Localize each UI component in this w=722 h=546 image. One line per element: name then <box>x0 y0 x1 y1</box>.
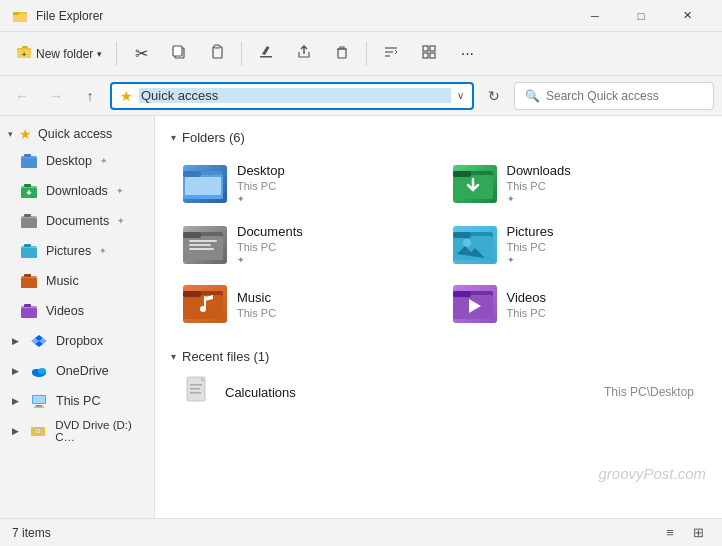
svg-rect-57 <box>183 232 201 238</box>
expand-arrow-icon: ▾ <box>8 129 13 139</box>
pictures-folder-icon <box>453 226 497 264</box>
svg-rect-71 <box>453 291 471 297</box>
sidebar-item-onedrive[interactable]: ▶ OneDrive <box>0 356 154 386</box>
rename-button[interactable] <box>248 36 284 72</box>
downloads-path: This PC <box>507 180 571 192</box>
computer-icon <box>30 392 48 410</box>
paste-button[interactable] <box>199 36 235 72</box>
search-icon: 🔍 <box>525 89 540 103</box>
sidebar-item-pictures[interactable]: Pictures ✦ <box>0 236 154 266</box>
search-box[interactable]: 🔍 <box>514 82 714 110</box>
desktop-path: This PC <box>237 180 285 192</box>
address-bar-wrapper[interactable]: ★ ∨ <box>110 82 474 110</box>
list-view-button[interactable]: ≡ <box>658 521 682 545</box>
svg-rect-50 <box>183 171 201 177</box>
recent-file-calculations[interactable]: Calculations This PC\Desktop <box>171 370 706 414</box>
calculations-location: This PC\Desktop <box>604 385 694 399</box>
svg-rect-30 <box>21 248 37 258</box>
new-folder-label: New folder <box>36 47 93 61</box>
delete-button[interactable] <box>324 36 360 72</box>
sidebar-item-documents[interactable]: Documents ✦ <box>0 206 154 236</box>
downloads-info: Downloads This PC ✦ <box>507 163 571 204</box>
sidebar-item-downloads[interactable]: Downloads ✦ <box>0 176 154 206</box>
svg-rect-62 <box>453 236 493 260</box>
music-folder-icon <box>183 285 227 323</box>
calculations-name: Calculations <box>225 385 594 400</box>
cut-icon: ✂ <box>135 44 148 63</box>
desktop-pin: ✦ <box>237 194 285 204</box>
folders-section-header[interactable]: ▾ Folders (6) <box>171 124 706 151</box>
copy-button[interactable] <box>161 36 197 72</box>
title-bar-title: File Explorer <box>36 9 103 23</box>
videos-folder-icon <box>20 302 38 320</box>
folder-videos[interactable]: Videos This PC <box>441 277 707 331</box>
svg-rect-16 <box>423 46 428 51</box>
downloads-folder-icon <box>20 182 38 200</box>
svg-text:+: + <box>22 50 27 59</box>
dropbox-icon <box>30 332 48 350</box>
documents-label: Documents <box>46 214 109 228</box>
grid-view-button[interactable]: ⊞ <box>686 521 710 545</box>
up-button[interactable]: ↑ <box>76 82 104 110</box>
cut-button[interactable]: ✂ <box>123 36 159 72</box>
new-folder-button[interactable]: + New folder ▾ <box>8 36 110 72</box>
pictures-pin-icon: ✦ <box>99 246 107 256</box>
calculations-file-icon <box>183 376 215 408</box>
folder-pictures[interactable]: Pictures This PC ✦ <box>441 216 707 273</box>
search-input[interactable] <box>546 89 703 103</box>
videos-name: Videos <box>507 290 547 305</box>
copy-icon <box>171 44 187 64</box>
file-explorer-icon <box>12 8 28 24</box>
maximize-button[interactable]: □ <box>618 0 664 32</box>
onedrive-label: OneDrive <box>56 364 109 378</box>
folder-downloads[interactable]: Downloads This PC ✦ <box>441 155 707 212</box>
svg-rect-58 <box>189 240 217 242</box>
dvd-expand-icon: ▶ <box>12 426 21 436</box>
sidebar-item-desktop[interactable]: Desktop ✦ <box>0 146 154 176</box>
refresh-button[interactable]: ↻ <box>480 82 508 110</box>
sidebar-item-quick-access[interactable]: ▾ ★ Quick access <box>0 120 154 146</box>
pictures-name: Pictures <box>507 224 554 239</box>
desktop-folder-icon <box>20 152 38 170</box>
minimize-button[interactable]: ─ <box>572 0 618 32</box>
documents-name: Documents <box>237 224 303 239</box>
svg-point-40 <box>38 368 46 374</box>
svg-rect-74 <box>190 388 200 390</box>
sidebar-item-this-pc[interactable]: ▶ This PC <box>0 386 154 416</box>
sidebar-item-dropbox[interactable]: ▶ Dropbox <box>0 326 154 356</box>
svg-rect-60 <box>189 248 214 250</box>
forward-button[interactable]: → <box>42 82 70 110</box>
documents-info: Documents This PC ✦ <box>237 224 303 265</box>
svg-rect-34 <box>24 274 31 277</box>
svg-point-64 <box>463 239 471 247</box>
folder-documents[interactable]: Documents This PC ✦ <box>171 216 437 273</box>
sidebar-item-videos[interactable]: Videos <box>0 296 154 326</box>
share-button[interactable] <box>286 36 322 72</box>
more-button[interactable]: ··· <box>449 36 485 72</box>
sidebar-item-music[interactable]: Music <box>0 266 154 296</box>
svg-rect-42 <box>33 396 45 403</box>
address-input[interactable] <box>139 88 451 103</box>
dropbox-expand-icon: ▶ <box>12 336 22 346</box>
sidebar: ▾ ★ Quick access Desktop ✦ Downloads ✦ D… <box>0 116 155 518</box>
svg-rect-54 <box>453 171 471 177</box>
title-bar-controls: ─ □ ✕ <box>572 0 710 32</box>
music-folder-icon <box>20 272 38 290</box>
back-button[interactable]: ← <box>8 82 36 110</box>
rename-icon <box>258 44 274 64</box>
view-icon <box>421 44 437 64</box>
music-name: Music <box>237 290 276 305</box>
dropbox-label: Dropbox <box>56 334 103 348</box>
address-dropdown-icon[interactable]: ∨ <box>457 90 464 101</box>
view-button[interactable] <box>411 36 447 72</box>
title-bar: File Explorer ─ □ ✕ <box>0 0 722 32</box>
close-button[interactable]: ✕ <box>664 0 710 32</box>
folder-desktop[interactable]: Desktop This PC ✦ <box>171 155 437 212</box>
recent-files-section-header[interactable]: ▾ Recent files (1) <box>171 343 706 370</box>
folder-music[interactable]: Music This PC <box>171 277 437 331</box>
sort-button[interactable] <box>373 36 409 72</box>
address-star-icon: ★ <box>120 88 133 104</box>
toolbar-separator-3 <box>366 42 367 66</box>
sidebar-item-dvd-drive[interactable]: ▶ DVD Drive (D:) C… <box>0 416 154 446</box>
quick-access-label: Quick access <box>38 127 112 141</box>
